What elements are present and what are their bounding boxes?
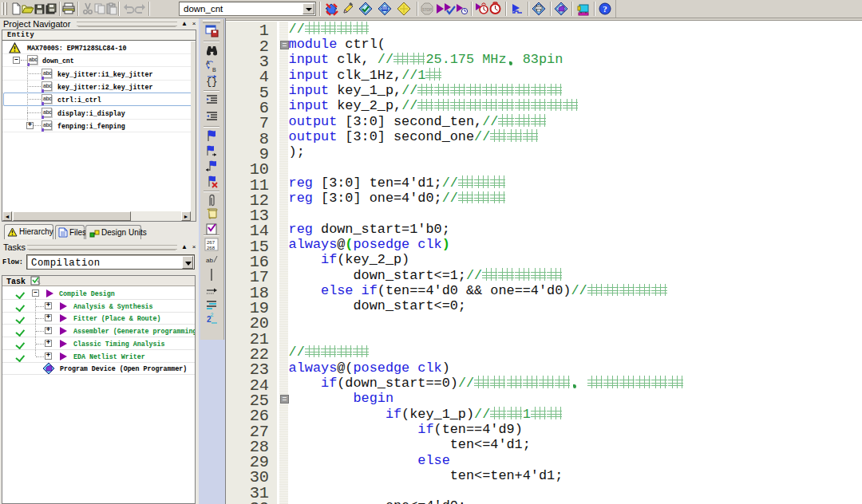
svg-text:B: B: [212, 67, 216, 73]
svg-text:STOP: STOP: [422, 8, 432, 12]
svg-text:268: 268: [207, 246, 216, 250]
svg-text:{}: {}: [206, 77, 217, 88]
svg-text:267: 267: [207, 240, 216, 245]
svg-text:?: ?: [603, 4, 607, 14]
svg-text:ab: ab: [206, 257, 213, 264]
